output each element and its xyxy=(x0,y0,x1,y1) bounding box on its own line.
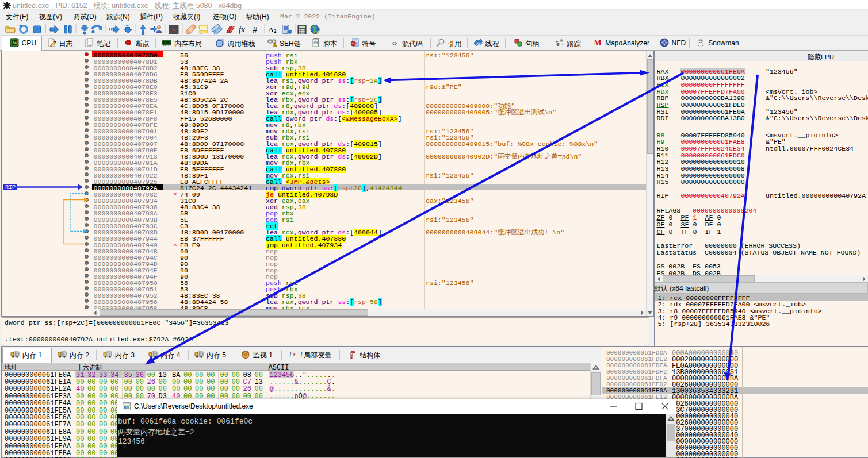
svg-text:RIP: RIP xyxy=(5,184,16,191)
svg-text:fx: fx xyxy=(239,25,245,34)
svg-text:#: # xyxy=(253,25,258,34)
svg-text:2: 2 xyxy=(274,28,277,34)
svg-text:!: ! xyxy=(274,43,276,47)
svg-text:S: S xyxy=(171,25,175,34)
svg-text:<>: <> xyxy=(314,41,318,44)
svg-text:M: M xyxy=(594,39,602,47)
svg-text:A: A xyxy=(268,25,274,34)
svg-text:‹›: ‹› xyxy=(392,39,397,47)
